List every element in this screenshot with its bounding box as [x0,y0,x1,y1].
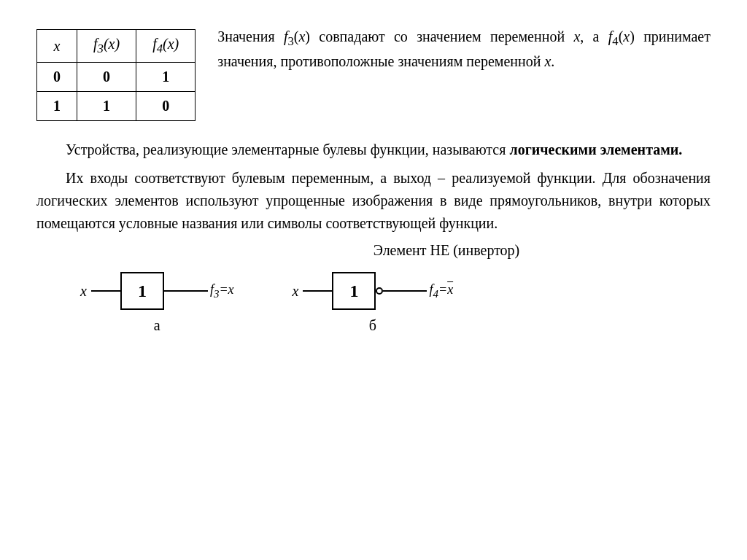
cell-f3-0: 0 [77,63,136,92]
invert-circle-icon [376,287,383,295]
diagram-b: x 1 f4=x б [293,272,454,334]
paragraph-2: Их входы соответствуют булевым переменны… [36,167,711,235]
diagram-a-wire-in [91,290,120,292]
diagram-b-wire-in [303,290,332,292]
diagram-b-box: 1 [332,272,376,310]
cell-f4-1: 0 [136,92,196,121]
truth-table: x f3(x) f4(x) 0 0 1 1 1 0 [36,29,196,121]
table-row: 1 1 0 [37,92,196,121]
diagrams-row: x 1 f3=x а x 1 f4=x б [36,272,711,334]
diagram-a-output-label: f3=x [210,282,234,300]
diagrams-section: Элемент НЕ (инвертор) x 1 f3=x а x 1 [36,242,711,334]
diagram-a-box: 1 [120,272,164,310]
col-header-f4: f4(x) [136,30,196,63]
paragraph-1: Устройства, реализующие элементарные бул… [36,139,711,161]
bold-term: логическими элементами. [509,141,682,158]
diagram-b-output-label: f4=x [429,282,453,300]
element-label: Элемент НЕ (инвертор) [182,242,711,259]
diagram-a-circuit: x 1 f3=x [80,272,234,310]
diagram-a: x 1 f3=x а [80,272,234,334]
col-header-x: x [37,30,77,63]
cell-x-0: 0 [37,63,77,92]
cell-f3-1: 1 [77,92,136,121]
col-header-f3: f3(x) [77,30,136,63]
right-text-block: Значения f3(x) совпадают со значением пе… [217,22,711,121]
cell-x-1: 1 [37,92,77,121]
table-container: x f3(x) f4(x) 0 0 1 1 1 0 [36,22,196,121]
diagram-b-wire-out [383,290,427,292]
top-section: x f3(x) f4(x) 0 0 1 1 1 0 Значения f3( [36,22,711,121]
diagram-a-wire-out [164,290,208,292]
diagram-b-circuit: x 1 f4=x [293,272,454,310]
diagram-b-input-label: x [293,283,299,300]
cell-f4-0: 1 [136,63,196,92]
diagram-a-letter: а [154,317,160,334]
diagram-a-input-label: x [80,283,87,300]
table-row: 0 0 1 [37,63,196,92]
diagram-b-letter: б [369,317,376,334]
